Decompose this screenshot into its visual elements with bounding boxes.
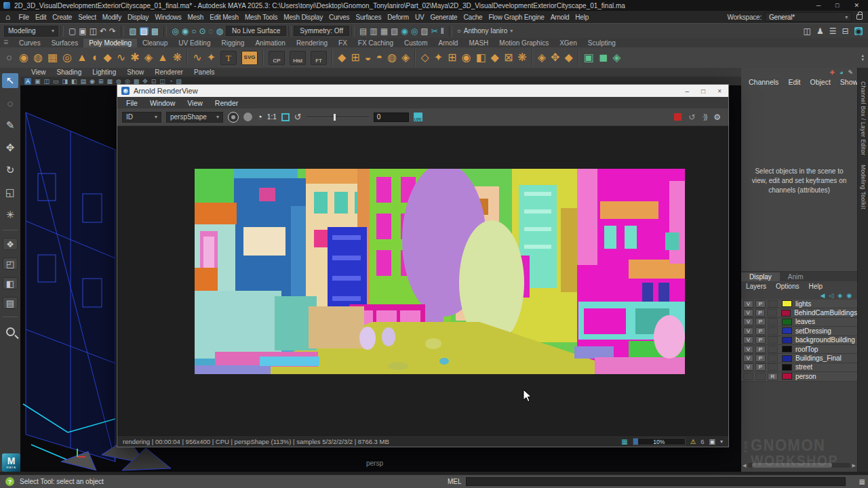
freeze-transform-button[interactable]: FT bbox=[311, 51, 327, 65]
poly-plane-icon[interactable]: ◆ bbox=[104, 52, 112, 63]
snap-grid-icon[interactable]: ◎ bbox=[172, 27, 178, 35]
uv-unfold-icon[interactable]: ◈ bbox=[612, 52, 620, 63]
poly-text-icon[interactable]: T bbox=[220, 51, 237, 65]
symmetry-field[interactable]: Symmetry: Off bbox=[294, 26, 349, 36]
renderview-maximize-button[interactable]: □ bbox=[701, 87, 705, 95]
separate-icon[interactable]: ⊞ bbox=[351, 52, 359, 63]
viewport-menu-renderer[interactable]: Renderer bbox=[149, 68, 189, 76]
viewport-toolbar-icon-4[interactable]: ◨ bbox=[62, 78, 68, 85]
renderview-menu-render[interactable]: Render bbox=[209, 99, 244, 107]
layer-playback-toggle[interactable]: P bbox=[755, 346, 766, 353]
layer-name[interactable]: street bbox=[795, 363, 812, 371]
viewport-toolbar-icon-5[interactable]: ◧ bbox=[71, 78, 77, 85]
viewport-toolbar-icon-11[interactable]: ◎ bbox=[125, 78, 130, 85]
undo-icon[interactable]: ↶ bbox=[100, 27, 106, 35]
redo-icon[interactable]: ↷ bbox=[109, 27, 116, 35]
loop-render-icon[interactable]: ↺ bbox=[688, 113, 695, 122]
multi-cut-icon[interactable]: ◉ bbox=[462, 52, 471, 63]
transform-component-icon[interactable]: ✥ bbox=[551, 52, 559, 63]
speed-ramp-icon[interactable]: ◕ bbox=[840, 69, 843, 76]
attribute-editor-icon[interactable]: ⊟ bbox=[842, 27, 848, 35]
svg-tool-icon[interactable]: SVG bbox=[241, 51, 258, 65]
boolean-union-icon[interactable]: ◒ bbox=[365, 52, 372, 63]
hypershade-icon[interactable]: ▥ bbox=[370, 27, 377, 35]
layer-display-type-toggle[interactable]: R bbox=[768, 373, 778, 380]
open-scene-icon[interactable]: ▣ bbox=[79, 27, 86, 35]
poly-platonic-icon[interactable]: ❋ bbox=[173, 52, 182, 63]
select-tool[interactable]: ↖ bbox=[2, 73, 18, 88]
refresh-render-icon[interactable]: ↺ bbox=[294, 112, 302, 122]
menu-windows[interactable]: Windows bbox=[152, 14, 184, 21]
layer-playback-toggle[interactable]: P bbox=[755, 354, 766, 362]
universal-manipulator-tool[interactable]: ✳ bbox=[2, 207, 18, 222]
shelf-tab-uv-editing[interactable]: UV Editing bbox=[173, 39, 216, 47]
shelf-handle-icon[interactable] bbox=[7, 56, 12, 60]
shelf-tab-custom[interactable]: Custom bbox=[399, 39, 433, 47]
viewport-toolbar-icon-7[interactable]: ◉ bbox=[90, 78, 95, 85]
layer-name[interactable]: roofTop bbox=[795, 346, 818, 353]
modeling-toolkit-icon[interactable]: ◫ bbox=[804, 27, 811, 35]
menu-set-dropdown[interactable]: Modeling ▾ bbox=[4, 26, 58, 37]
scrollbar-thumb[interactable] bbox=[752, 463, 832, 468]
quad-draw-icon[interactable]: ◆ bbox=[491, 52, 499, 63]
poly-disc-icon[interactable]: ◐ bbox=[92, 52, 99, 63]
poly-cube-icon[interactable]: ◍ bbox=[33, 52, 43, 63]
layer-visibility-toggle[interactable]: V bbox=[743, 354, 753, 362]
aov-dropdown[interactable]: ID ▾ bbox=[122, 112, 161, 123]
menu-arnold[interactable]: Arnold bbox=[547, 14, 572, 21]
menu-uv[interactable]: UV bbox=[412, 14, 427, 21]
window-maximize-button[interactable]: □ bbox=[835, 2, 839, 9]
workspace-lock-icon[interactable] bbox=[856, 14, 863, 20]
layer-visibility-toggle[interactable]: V bbox=[743, 327, 753, 335]
menu-generate[interactable]: Generate bbox=[427, 14, 460, 21]
layer-menu-help[interactable]: Help bbox=[804, 283, 827, 290]
target-weld-icon[interactable]: ◧ bbox=[475, 52, 486, 63]
layer-menu-options[interactable]: Options bbox=[771, 283, 804, 290]
layer-visibility-toggle[interactable] bbox=[743, 373, 753, 380]
shelf-scroll-spinner[interactable]: ▴▾ bbox=[861, 54, 864, 62]
frame-input[interactable]: 0 bbox=[374, 113, 409, 122]
empty-layer-icon[interactable]: ◈ bbox=[837, 292, 842, 299]
renderview-titlebar[interactable]: Arnold RenderView – □ × bbox=[117, 85, 728, 97]
layer-editor-tab-anim[interactable]: Anim bbox=[780, 272, 812, 281]
layer-row[interactable]: VPbackgroundBuilding bbox=[741, 336, 857, 345]
menu-cache[interactable]: Cache bbox=[460, 14, 486, 21]
renderview-menu-view[interactable]: View bbox=[181, 99, 209, 107]
poly-helix-icon[interactable]: ∿ bbox=[117, 52, 125, 63]
signal-icon[interactable]: ·)) bbox=[702, 113, 707, 121]
viewport-toolbar-icon-17[interactable]: ▧ bbox=[176, 78, 182, 85]
scroll-right-icon[interactable]: ▶ bbox=[850, 463, 856, 468]
lasso-select-tool[interactable]: ◌ bbox=[2, 96, 18, 110]
layer-name[interactable]: backgroundBuilding bbox=[795, 336, 855, 344]
bridge-icon[interactable]: ⊞ bbox=[448, 52, 456, 63]
layer-color-swatch[interactable] bbox=[782, 327, 792, 334]
sidebar-tab-modeling-toolkit[interactable]: Modeling Toolkit bbox=[860, 165, 867, 209]
scroll-left-icon[interactable]: ◀ bbox=[743, 463, 748, 468]
uv-snapshot-icon[interactable]: ◼ bbox=[599, 52, 608, 63]
workspace-dropdown[interactable]: General* ▾ bbox=[765, 12, 852, 22]
layer-from-selected-icon[interactable]: ◉ bbox=[846, 292, 852, 299]
viewport-toolbar-icon-6[interactable]: ▤ bbox=[81, 78, 87, 85]
layer-playback-toggle[interactable]: P bbox=[755, 309, 766, 317]
construction-plane-button[interactable]: CP bbox=[269, 51, 285, 65]
layer-display-type-toggle[interactable] bbox=[767, 309, 777, 317]
scale-tool[interactable]: ◱ bbox=[2, 185, 18, 200]
sculpt-icon[interactable]: ◆ bbox=[564, 52, 572, 63]
shelf-tab-animation[interactable]: Animation bbox=[250, 39, 290, 47]
layer-name[interactable]: lights bbox=[795, 300, 811, 308]
layer-name[interactable]: leaves bbox=[795, 318, 815, 325]
channel-box-menu-edit[interactable]: Edit bbox=[783, 78, 805, 86]
menu-create[interactable]: Create bbox=[50, 14, 75, 21]
layer-menu-layers[interactable]: Layers bbox=[741, 283, 771, 290]
menu-select[interactable]: Select bbox=[75, 14, 100, 21]
stop-render-button[interactable] bbox=[674, 113, 682, 121]
sidebar-tab-channel-box[interactable]: Channel Box / Layer Editor bbox=[860, 81, 867, 155]
menu-edit[interactable]: Edit bbox=[32, 14, 49, 21]
menu-modify[interactable]: Modify bbox=[99, 14, 124, 21]
layer-playback-toggle[interactable]: P bbox=[755, 327, 766, 335]
render-current-icon[interactable]: ▦ bbox=[380, 27, 388, 35]
menu-file[interactable]: File bbox=[16, 14, 32, 21]
bevel-icon[interactable]: ✦ bbox=[434, 52, 443, 63]
script-editor-icon[interactable]: ▦ bbox=[859, 478, 865, 485]
insert-edge-loop-icon[interactable]: ⊠ bbox=[504, 52, 513, 63]
